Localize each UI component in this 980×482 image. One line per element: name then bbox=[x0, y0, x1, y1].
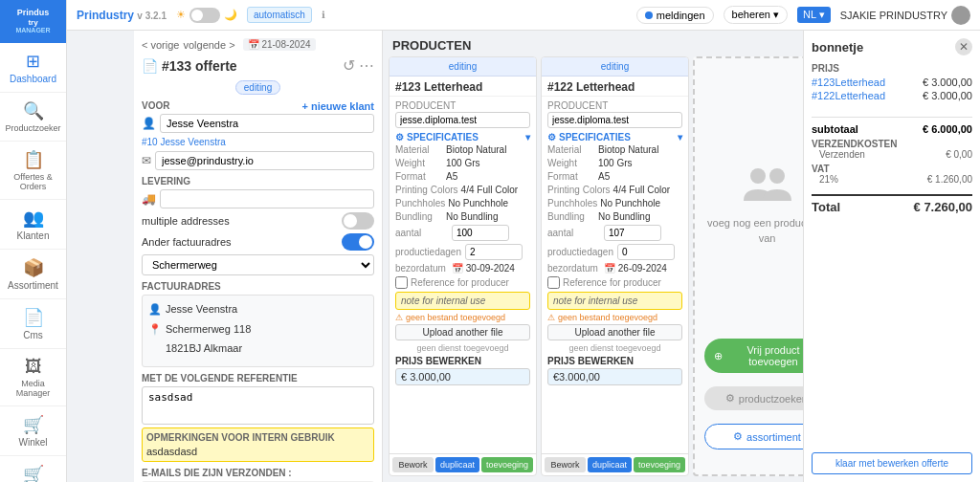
notifications-button[interactable]: meldingen bbox=[636, 7, 714, 24]
card1-productiedagen: productiedagen bbox=[395, 244, 530, 260]
vrij-product-button[interactable]: ⊕ Vrij product toevoegen bbox=[704, 339, 803, 373]
card1-productiedagen-input[interactable] bbox=[465, 244, 523, 260]
verzend-sub-label: Verzenden bbox=[819, 149, 865, 160]
schermerweg-select[interactable]: Schermerweg bbox=[142, 254, 374, 275]
card1-upload-warning: ⚠geen bestand toegevoegd bbox=[395, 313, 530, 322]
toggle-pill[interactable] bbox=[189, 8, 220, 23]
lang-label: NL bbox=[803, 9, 816, 20]
vrij-icon: ⊕ bbox=[714, 350, 723, 362]
card2-material: Material Biotop Natural bbox=[547, 144, 682, 155]
bon-subtotal-row: subtotaal € 6.000,00 bbox=[812, 123, 972, 135]
sidebar-item-media[interactable]: 🖼 Media Manager bbox=[0, 349, 66, 406]
card2-aantal-input[interactable] bbox=[604, 225, 661, 241]
sidebar-item-klanten[interactable]: 👥 Klanten bbox=[0, 200, 66, 250]
card2-format: Format A5 bbox=[547, 171, 682, 182]
klaar-button[interactable]: klaar met bewerken offerte bbox=[812, 452, 972, 474]
card1-note[interactable]: note for internal use bbox=[395, 292, 530, 310]
opmerkingen-text: asdasdasd bbox=[146, 446, 369, 457]
beheren-button[interactable]: beheren ▾ bbox=[724, 6, 788, 24]
sidebar-item-productzoeker[interactable]: 🔍 Productzoeker bbox=[0, 93, 66, 142]
card1-service-info: geen dienst toegevoegd bbox=[395, 343, 530, 353]
card1-footer: Bework duplicaat toevoeging bbox=[390, 453, 536, 475]
bon-divider-1 bbox=[812, 117, 972, 118]
next-link[interactable]: volgende > bbox=[183, 39, 234, 51]
editing-badge: editing bbox=[235, 80, 280, 95]
card1-ref-check[interactable] bbox=[395, 276, 408, 289]
card2-prijs-input[interactable] bbox=[547, 368, 682, 385]
product-card-1: editing #123 Letterhead PRODUCENT ⚙ SPEC… bbox=[389, 56, 537, 476]
card2-spec-expand[interactable]: ▾ bbox=[678, 132, 682, 142]
card2-ref-check[interactable] bbox=[547, 276, 560, 289]
card2-editing-badge: editing bbox=[542, 57, 688, 77]
card1-extra-button[interactable]: toevoeging bbox=[481, 457, 533, 472]
klant-name-input[interactable] bbox=[160, 114, 374, 133]
card2-prijs-label: PRIJS BEWERKEN bbox=[547, 356, 682, 366]
search-icon: 🔍 bbox=[23, 100, 44, 121]
card1-prijs-input[interactable] bbox=[395, 368, 530, 385]
theme-toggle[interactable]: ☀ 🌙 bbox=[176, 8, 237, 23]
card1-spec-expand[interactable]: ▾ bbox=[525, 132, 530, 142]
referentie-input[interactable]: sasdsad bbox=[142, 386, 374, 425]
products-header: PRODUCTEN bbox=[383, 31, 803, 56]
card2-service-info: geen dienst toegevoegd bbox=[547, 343, 682, 353]
card1-bework-button[interactable]: Bework bbox=[392, 457, 434, 472]
sidebar-item-offertes[interactable]: 📋 Offertes & Orders bbox=[0, 142, 66, 200]
sidebar-item-cms[interactable]: 📄 Cms bbox=[0, 299, 66, 349]
assort-icon: ⚙ bbox=[733, 430, 743, 443]
bonnetje-header: bonnetje ✕ bbox=[812, 38, 972, 55]
card1-aantal-input[interactable] bbox=[452, 225, 509, 241]
bon-item2-link[interactable]: #122Letterhead bbox=[812, 90, 885, 101]
card2-extra-button[interactable]: toevoeging bbox=[634, 457, 685, 472]
ander-factuur-row: Ander factuuradres bbox=[142, 233, 374, 251]
prev-link[interactable]: < vorige bbox=[142, 39, 179, 51]
card2-note[interactable]: note for internal use bbox=[547, 292, 682, 310]
user-info: SJAKIE PRINDUSTRY bbox=[840, 6, 970, 25]
sidebar-item-dashboard[interactable]: ⊞ Dashboard bbox=[0, 43, 66, 93]
assortiment-button[interactable]: ⚙ assortiment bbox=[704, 424, 803, 449]
card1-producent-label: PRODUCENT bbox=[395, 100, 530, 111]
card2-upload-btn[interactable]: Upload another file bbox=[547, 324, 682, 340]
card2-duplicaat-button[interactable]: duplicaat bbox=[588, 457, 632, 472]
multiple-addresses-row: multiple addresses bbox=[142, 212, 374, 230]
card2-title: #122 Letterhead bbox=[542, 77, 688, 97]
topbar: Prindustry v 3.2.1 ☀ 🌙 automatisch ℹ mel… bbox=[67, 0, 980, 31]
klant-email-input[interactable] bbox=[155, 151, 374, 170]
options-icon[interactable]: ⋯ bbox=[359, 56, 374, 75]
breadcrumb: < vorige volgende > 📅 21-08-2024 bbox=[142, 38, 374, 51]
offertes-icon: 📋 bbox=[23, 149, 44, 170]
products-area: PRODUCTEN editing #123 Letterhead PRODUC… bbox=[383, 31, 803, 482]
card1-bundling: Bundling No Bundling bbox=[395, 211, 530, 222]
multiple-addresses-toggle[interactable] bbox=[342, 212, 374, 230]
new-klant-link[interactable]: + nieuwe klant bbox=[302, 100, 375, 112]
sidebar-item-winkelwagen[interactable]: 🛒 Winkelwagentje bbox=[0, 456, 66, 482]
card2-productiedagen-input[interactable] bbox=[617, 244, 675, 260]
user-avatar bbox=[951, 6, 970, 25]
productzoekerr-button[interactable]: ⚙ productzoekerr bbox=[704, 386, 803, 410]
spec-icon-2: ⚙ bbox=[547, 132, 556, 142]
card1-duplicaat-button[interactable]: duplicaat bbox=[435, 457, 479, 472]
klanten-icon: 👥 bbox=[23, 208, 44, 229]
factuuradres-label: FACTUURADRES bbox=[142, 281, 374, 292]
vat-pct: 21% bbox=[819, 174, 838, 185]
refresh-icon[interactable]: ↺ bbox=[343, 56, 355, 75]
right-panel: bonnetje ✕ PRIJS #123Letterhead € 3.000,… bbox=[803, 31, 980, 482]
card1-body: PRODUCENT ⚙ SPECIFICATIES ▾ Material Bio… bbox=[390, 97, 536, 453]
card2-bework-button[interactable]: Bework bbox=[545, 457, 586, 472]
sidebar-label-productzoeker: Productzoeker bbox=[5, 123, 60, 133]
bon-item1-link[interactable]: #123Letterhead bbox=[812, 77, 885, 88]
ander-factuur-toggle[interactable] bbox=[342, 233, 374, 251]
card2-producent-input[interactable] bbox=[547, 112, 682, 128]
opmerkingen-title: OPMERKINGEN VOOR INTERN GEBRUIK bbox=[146, 432, 369, 443]
dashboard-icon: ⊞ bbox=[26, 51, 40, 72]
language-selector[interactable]: NL ▾ bbox=[797, 7, 831, 23]
card1-bezordatum-val: 📅 30-09-2024 bbox=[452, 263, 515, 274]
sidebar-item-winkel[interactable]: 🛒 Winkel bbox=[0, 406, 66, 456]
sidebar-item-assortiment[interactable]: 📦 Assortiment bbox=[0, 250, 66, 299]
card1-upload-btn[interactable]: Upload another file bbox=[395, 324, 530, 340]
total-label: Total bbox=[812, 200, 840, 214]
card1-producent-input[interactable] bbox=[395, 112, 530, 128]
klant-email-link[interactable]: #10 Jesse Veenstra bbox=[142, 137, 226, 147]
auto-badge[interactable]: automatisch bbox=[247, 7, 312, 23]
levering-input[interactable] bbox=[160, 189, 374, 208]
bonnetje-close-button[interactable]: ✕ bbox=[955, 38, 972, 55]
